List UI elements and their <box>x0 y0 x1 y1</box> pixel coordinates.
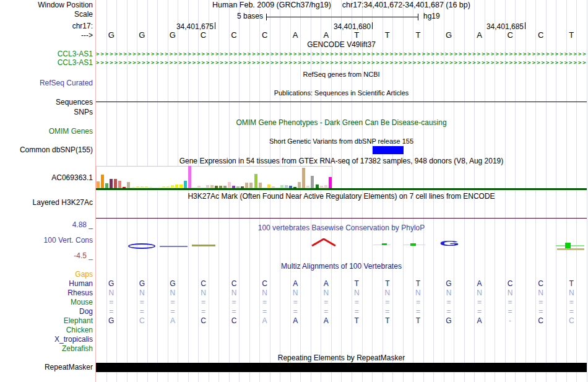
track-label-snps[interactable]: SNPs <box>0 108 93 116</box>
track-label-ccl3-as1[interactable]: CCL3-AS1 <box>0 50 93 58</box>
track-label-mouse[interactable]: Mouse <box>0 298 93 306</box>
conservation-mark <box>382 243 387 245</box>
track-label-sequences[interactable]: Sequences <box>0 98 93 106</box>
sequence-base: C <box>501 31 519 40</box>
gtex-tissue-bar <box>249 183 253 188</box>
gtex-tissue-bar <box>259 183 262 188</box>
alignment-cell-mouse: = <box>286 298 305 306</box>
alignment-cell-mouse: = <box>163 298 182 306</box>
gtex-tissue-bar <box>285 185 288 188</box>
base-gridline <box>433 0 434 382</box>
alignment-cell-rhesus: N <box>225 289 243 297</box>
alignment-cell-dog: = <box>256 307 274 316</box>
alignment-cell-dog: = <box>501 307 519 316</box>
gene-arrow-row[interactable]: >>>>>>>>>>>>>>>>>>>>>>>>>>>>>>>>>>>>>>>>… <box>96 51 587 57</box>
alignment-cell-human: C <box>501 279 519 288</box>
track-label-4-88: 4.88 _ <box>0 220 93 229</box>
conservation-mark <box>192 245 215 246</box>
gtex-tissue-bar <box>289 186 292 188</box>
alignment-cell-human: A <box>317 279 335 288</box>
ruler-position-label: 34,401,675 <box>145 22 214 31</box>
alignment-cell-elephant: C <box>194 316 212 325</box>
gtex-tissue-bar <box>280 185 283 188</box>
gtex-tissue-bar <box>236 186 240 188</box>
alignment-cell-dog: = <box>378 307 397 316</box>
track-label-human[interactable]: Human <box>0 279 93 288</box>
track-label-gaps: Gaps <box>0 270 93 279</box>
alignment-cell-rhesus: N <box>347 289 366 297</box>
h3k27ac-baseline <box>96 218 587 219</box>
alignment-cell-rhesus: N <box>532 289 550 297</box>
sequence-base: G <box>439 31 458 40</box>
alignment-cell-rhesus: N <box>286 289 305 297</box>
track-label-chicken[interactable]: Chicken <box>0 326 93 334</box>
alignment-cell-human: T <box>409 279 427 288</box>
alignment-cell-dog: = <box>194 307 212 316</box>
alignment-cell-human: T <box>347 279 366 288</box>
sequence-base: T <box>347 31 366 40</box>
base-gridline <box>218 0 219 382</box>
gtex-chart-box[interactable] <box>96 166 332 188</box>
base-gridline <box>464 0 465 382</box>
track-label-chr17: chr17: <box>0 22 93 30</box>
track-label-ac069363-1[interactable]: AC069363.1 <box>0 173 93 182</box>
alignment-cell-elephant: T <box>378 316 397 325</box>
alignment-cell-dog: = <box>470 307 489 316</box>
base-gridline <box>311 0 311 382</box>
track-label-x-tropicalis[interactable]: X_tropicalis <box>0 335 93 344</box>
track-label-100-vert-cons[interactable]: 100 Vert. Cons <box>0 236 93 245</box>
sequence-base: G <box>132 31 151 40</box>
alignment-cell-dog: = <box>286 307 305 316</box>
scale-bar-tick-left <box>266 14 267 20</box>
alignment-cell-dog: = <box>102 307 121 316</box>
alignment-cell-dog: = <box>163 307 182 316</box>
gtex-tissue-bar <box>171 185 174 188</box>
alignment-cell-dog: = <box>132 307 151 316</box>
gtex-tissue-bar <box>320 186 323 188</box>
alignment-cell-mouse: = <box>132 298 151 306</box>
alignment-cell-dog: = <box>347 307 366 316</box>
conservation-mark-letter: G <box>413 240 486 247</box>
gtex-tissue-bar <box>298 182 301 188</box>
gtex-tissue-bar <box>293 187 296 188</box>
track-label-layered-h3k27ac[interactable]: Layered H3K27Ac <box>0 198 93 207</box>
conservation-mark-ellipse <box>128 243 155 249</box>
track-label-zebrafish[interactable]: Zebrafish <box>0 344 93 353</box>
dbsnp-variant-feature[interactable] <box>373 146 404 154</box>
base-gridline <box>280 0 280 382</box>
alignment-cell-elephant: A <box>256 316 274 325</box>
base-gridline <box>587 0 587 382</box>
alignment-cell-human: C <box>225 279 243 288</box>
gene-arrow-row[interactable]: >>>>>>>>>>>>>>>>>>>>>>>>>>>>>>>>>>>>>>>>… <box>96 60 587 66</box>
gtex-tissue-bar <box>145 186 148 188</box>
base-gridline <box>188 0 189 382</box>
sequence-base: T <box>562 31 581 40</box>
alignment-cell-mouse: = <box>225 298 243 306</box>
alignment-cell-rhesus: N <box>163 289 182 297</box>
gtex-tissue-bar <box>162 186 165 188</box>
genome-browser-image: Human Feb. 2009 (GRCh37/hg19)chr17:34,40… <box>0 0 588 382</box>
alignment-cell-mouse: = <box>470 298 489 306</box>
gtex-tissue-bar <box>219 186 222 188</box>
track-title-publications-sequences-in-scientific-art: Publications: Sequences in Scientific Ar… <box>96 89 587 97</box>
repeatmasker-element-bar[interactable] <box>96 363 587 372</box>
track-label-common-dbsnp-155[interactable]: Common dbSNP(155) <box>0 145 93 154</box>
track-label-4-5: -4.5 _ <box>0 251 93 260</box>
gtex-tissue-bar <box>132 187 135 188</box>
alignment-cell-elephant: C <box>225 316 243 325</box>
gtex-tissue-bar <box>245 183 248 188</box>
gtex-tissue-bar <box>215 186 218 188</box>
track-label-dog[interactable]: Dog <box>0 307 93 316</box>
track-label-refseq-curated[interactable]: RefSeq Curated <box>0 79 93 87</box>
gtex-tissue-bar <box>158 187 161 188</box>
track-label-rhesus[interactable]: Rhesus <box>0 289 93 297</box>
sequence-base: T <box>378 31 397 40</box>
track-label-repeatmasker[interactable]: RepeatMasker <box>0 363 93 371</box>
track-title-gencode-v49lift37: GENCODE V49lift37 <box>96 40 587 49</box>
alignment-cell-elephant: A <box>470 316 489 325</box>
track-label-ccl3-as1[interactable]: CCL3-AS1 <box>0 58 93 67</box>
ruler-tick <box>525 22 525 29</box>
gtex-tissue-bar <box>136 186 139 188</box>
track-label-omim-genes[interactable]: OMIM Genes <box>0 127 93 136</box>
track-label-elephant[interactable]: Elephant <box>0 316 93 325</box>
